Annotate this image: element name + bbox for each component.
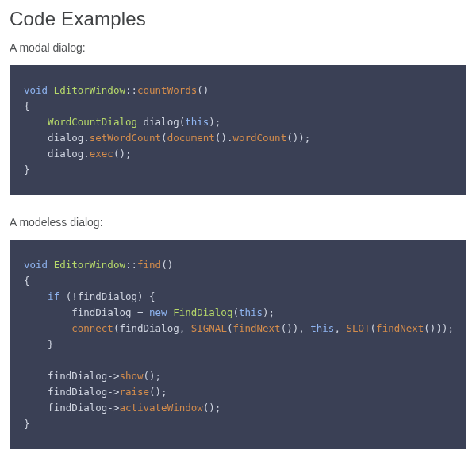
code-block-modal: void EditorWindow::countWords() { WordCo… [10, 65, 466, 195]
code-block-modeless: void EditorWindow::find() { if (!findDia… [10, 240, 466, 449]
caption-modal: A modal dialog: [10, 41, 466, 54]
caption-modeless: A modeless dialog: [10, 216, 466, 229]
section-heading: Code Examples [10, 8, 466, 30]
